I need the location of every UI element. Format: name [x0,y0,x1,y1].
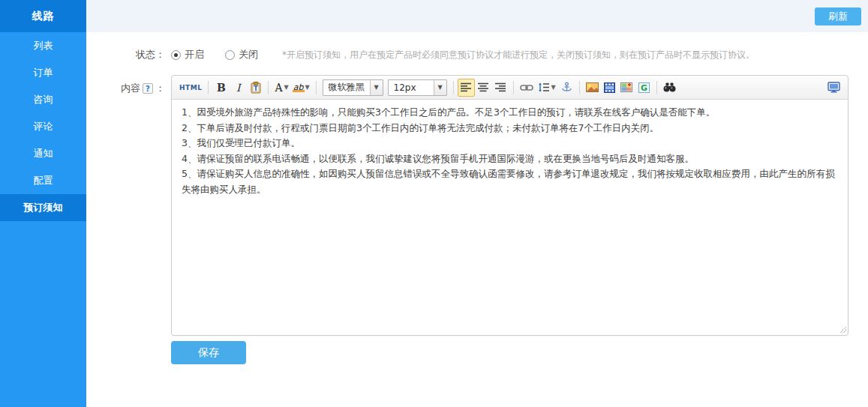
editor-paragraph: 1、因受境外旅游产品特殊性的影响，只能购买3个工作日之后的产品。不足3个工作日的… [182,105,838,121]
save-button[interactable]: 保存 [171,341,246,364]
status-row: 状态： 开启 关闭 *开启预订须知，用户在预定产品时必须同意预订协议才能进行预定… [86,46,860,63]
line-height-button[interactable]: ▼ [536,79,558,97]
status-radio-group: 开启 关闭 [171,48,279,61]
align-right-button[interactable] [492,79,509,97]
refresh-button[interactable]: 刷新 [815,7,861,25]
video-icon [604,82,615,93]
chevron-down-icon: ▼ [434,80,446,95]
editor-paragraph: 3、我们仅受理已付款订单。 [182,136,838,151]
align-left-button[interactable] [458,79,475,97]
toolbar-separator [268,81,269,94]
italic-button[interactable]: I [230,79,247,97]
link-icon [520,83,533,92]
anchor-button[interactable] [558,79,575,97]
highlight-letters: ab [293,82,304,92]
google-map-button[interactable]: G [635,79,653,97]
sidebar-header: 线路 [0,0,86,32]
find-replace-button[interactable] [661,79,678,97]
sidebar: 线路 列表 订单 咨询 评论 通知 配置 预订须知 [0,0,86,407]
chevron-down-icon: ▼ [305,84,309,91]
status-label: 状态： [86,48,165,61]
sidebar-menu: 列表 订单 咨询 评论 通知 配置 预订须知 [0,32,86,221]
content-field-label: 内容 ? ： [86,82,165,95]
google-map-icon: G [638,82,650,93]
paste-text-icon: T [250,82,262,94]
toolbar-separator [513,81,514,94]
insert-image-button[interactable] [584,79,601,97]
chevron-down-icon: ▼ [284,84,289,91]
chevron-down-icon: ▼ [551,84,556,91]
radio-label: 关闭 [239,48,258,61]
font-color-letter: A [275,82,282,94]
radio-icon[interactable] [171,50,181,60]
content-label-text: 内容 [121,82,140,95]
font-size-value: 12px [389,82,434,93]
content-label-colon: ： [155,82,165,95]
editor-paragraph: 5、请保证购买人信息的准确性，如因购买人预留信息错误或不全导致确认函需要修改，请… [182,166,838,197]
font-family-select[interactable]: 微软雅黑 ▼ [323,79,383,96]
toolbar-separator [316,81,317,94]
font-size-select[interactable]: 12px ▼ [388,79,447,96]
editor-paragraph: 2、下单后请及时付款，行程或门票日期前3个工作日内的订单将无法完成付款；未付款订… [182,121,838,136]
help-icon[interactable]: ? [143,83,153,94]
status-radio-option[interactable]: 开启 [171,48,204,61]
sidebar-item[interactable]: 通知 [0,140,86,167]
sidebar-item[interactable]: 咨询 [0,86,86,113]
status-note: *开启预订须知，用户在预定产品时必须同意预订协议才能进行预定，关闭预订须知，则在… [282,49,755,61]
radio-icon[interactable] [225,50,235,60]
resize-grip[interactable] [839,326,846,334]
svg-text:T: T [254,85,258,92]
highlight-color-button[interactable]: ab ▼ [291,79,312,97]
map-image-icon [620,82,632,92]
html-source-button[interactable]: HTML [177,79,204,97]
align-center-icon [478,82,489,92]
sidebar-item[interactable]: 评论 [0,113,86,140]
sidebar-item[interactable]: 预订须知 [0,194,86,221]
paste-text-button[interactable]: T [247,79,264,97]
topbar: 刷新 [86,0,868,32]
sidebar-item[interactable]: 列表 [0,32,86,59]
bold-button[interactable]: B [212,79,230,97]
insert-link-button[interactable] [518,79,536,97]
image-icon [586,82,599,92]
fullscreen-monitor-icon [827,82,840,93]
align-center-button[interactable] [475,79,492,97]
toolbar-separator [579,81,580,94]
editor-content-area[interactable]: 1、因受境外旅游产品特殊性的影响，只能购买3个工作日之后的产品。不足3个工作日的… [172,100,848,335]
radio-label: 开启 [185,48,204,61]
svg-text:G: G [641,83,647,93]
rich-text-editor: HTML B I T A ▼ ab ▼ [171,75,848,336]
html-source-label: HTML [179,84,202,91]
insert-video-button[interactable] [601,79,618,97]
font-family-value: 微软雅黑 [323,81,370,94]
align-left-icon [461,82,472,92]
anchor-icon [561,82,572,93]
chevron-down-icon: ▼ [370,80,383,95]
editor-paragraph: 4、请保证预留的联系电话畅通，以便联系，我们诚挚建议您将预留手机开通国际漫游，或… [182,151,838,167]
status-radio-option[interactable]: 关闭 [225,48,258,61]
toolbar-separator [656,81,657,94]
editor-toolbar: HTML B I T A ▼ ab ▼ [172,76,848,100]
fullscreen-button[interactable] [825,79,842,97]
align-right-icon [495,82,506,92]
main-content: 状态： 开启 关闭 *开启预订须知，用户在预定产品时必须同意预订协议才能进行预定… [86,32,868,407]
sidebar-item[interactable]: 配置 [0,167,86,194]
toolbar-separator [208,81,209,94]
font-color-button[interactable]: A ▼ [272,79,290,97]
insert-map-image-button[interactable] [618,79,635,97]
sidebar-item[interactable]: 订单 [0,59,86,86]
binoculars-icon [663,82,676,92]
toolbar-separator [453,81,454,94]
line-height-icon [538,82,550,92]
